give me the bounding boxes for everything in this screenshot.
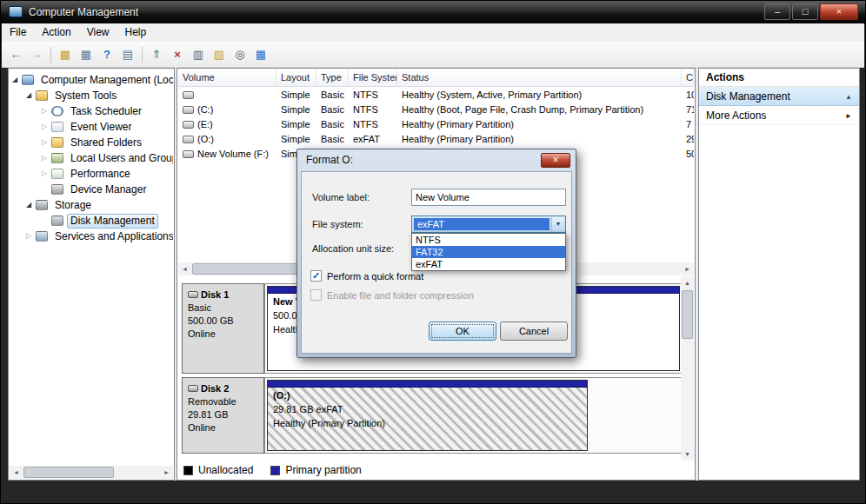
table-row[interactable]: (C:) Simple Basic NTFS Healthy (Boot, Pa… xyxy=(178,102,694,116)
scroll-right-icon[interactable]: ► xyxy=(160,466,173,479)
scroll-left-icon[interactable]: ◄ xyxy=(10,466,23,479)
tree-item-event-viewer[interactable]: Event Viewer xyxy=(10,119,173,135)
actions-section-disk-management[interactable]: Disk Management ▲ xyxy=(699,87,859,106)
column-header-layout[interactable]: Layout xyxy=(276,70,316,87)
column-header-status[interactable]: Status xyxy=(397,70,682,87)
partition-info: 29.81 GB exFAT xyxy=(268,401,587,415)
menu-action[interactable]: Action xyxy=(34,23,78,42)
expander-icon[interactable] xyxy=(26,197,36,213)
search-icon[interactable]: ◎ xyxy=(230,45,250,64)
dropdown-option-fat32[interactable]: FAT32 xyxy=(412,246,565,258)
tree-item-task-scheduler[interactable]: Task Scheduler xyxy=(10,103,173,119)
tree-item-services-applications[interactable]: Services and Applications xyxy=(10,229,173,244)
expander-icon[interactable] xyxy=(42,119,51,135)
export-list-icon[interactable]: ⇑ xyxy=(147,45,166,64)
cancel-button[interactable]: Cancel xyxy=(500,322,568,341)
table-row[interactable]: Simple Basic NTFS Healthy (System, Activ… xyxy=(178,87,694,102)
console-window-icon[interactable]: ▦ xyxy=(77,45,96,64)
expander-icon[interactable] xyxy=(26,88,36,103)
minimize-button[interactable]: – xyxy=(764,3,790,20)
column-header-volume[interactable]: Volume xyxy=(178,70,276,87)
column-header-capacity[interactable]: C xyxy=(682,70,694,87)
tree-item-computer-management[interactable]: Computer Management (Local xyxy=(10,72,173,88)
quick-format-checkbox[interactable]: ✓ xyxy=(310,270,322,282)
chevron-up-icon[interactable]: ▲ xyxy=(845,88,852,107)
chevron-down-icon[interactable]: ▼ xyxy=(551,217,564,231)
tree-item-device-manager[interactable]: Device Manager xyxy=(10,182,173,197)
expander-icon[interactable] xyxy=(42,135,51,150)
expander-icon[interactable] xyxy=(42,166,51,182)
tree-item-label: Task Scheduler xyxy=(67,104,145,119)
tree-item-performance[interactable]: Performance xyxy=(10,166,173,182)
forward-icon[interactable]: → xyxy=(27,45,46,64)
chevron-right-icon[interactable]: ► xyxy=(845,107,852,126)
volume-cell: (E:) xyxy=(178,119,276,129)
open-folder-icon[interactable]: ▨ xyxy=(210,45,229,64)
tree-item-shared-folders[interactable]: Shared Folders xyxy=(10,135,173,150)
disk-2-row: Disk 2 Removable 29.81 GB Online (O:) 29… xyxy=(182,377,683,454)
volume-label-input[interactable] xyxy=(411,189,566,206)
dropdown-option-exfat[interactable]: exFAT xyxy=(412,258,565,270)
partition-o-drive[interactable]: (O:) 29.81 GB exFAT Healthy (Primary Par… xyxy=(267,380,588,451)
disk-view-icon[interactable]: ▦ xyxy=(251,45,270,64)
services-icon xyxy=(36,231,48,242)
disk-2-info[interactable]: Disk 2 Removable 29.81 GB Online xyxy=(182,377,264,454)
expander-icon[interactable] xyxy=(12,72,22,88)
dropdown-option-ntfs[interactable]: NTFS xyxy=(412,234,565,246)
expander-icon[interactable] xyxy=(42,150,51,166)
more-actions-item[interactable]: More Actions ► xyxy=(699,106,859,125)
ok-button[interactable]: OK xyxy=(429,322,496,341)
tree-item-disk-management[interactable]: Disk Management xyxy=(10,213,173,229)
title-bar[interactable]: Computer Management – □ × xyxy=(1,1,865,23)
menu-help[interactable]: Help xyxy=(117,23,155,42)
primary-partition-color-swatch xyxy=(270,466,280,475)
show-console-tree-icon[interactable]: ▩ xyxy=(56,45,75,64)
layout-cell: Simple xyxy=(276,104,316,115)
tree-item-local-users-groups[interactable]: Local Users and Groups xyxy=(10,150,173,166)
back-icon[interactable]: ← xyxy=(6,45,25,64)
properties-icon[interactable]: ▥ xyxy=(189,45,208,64)
scroll-right-icon[interactable]: ► xyxy=(681,262,694,275)
help-icon[interactable]: ? xyxy=(97,45,117,64)
file-system-select[interactable]: exFAT ▼ xyxy=(411,216,566,233)
tree-item-label: Disk Management xyxy=(67,214,158,229)
expander-icon[interactable] xyxy=(26,229,36,244)
scrollbar-thumb[interactable] xyxy=(682,290,693,339)
volume-list-header: Volume Layout Type File System Status C xyxy=(178,70,694,87)
close-button[interactable]: × xyxy=(820,3,858,20)
expander-icon[interactable] xyxy=(42,103,51,119)
volume-icon xyxy=(183,150,194,158)
tree-item-storage[interactable]: Storage xyxy=(10,197,173,213)
layout-cell: Simple xyxy=(276,134,316,144)
system-tools-icon xyxy=(36,90,48,101)
app-icon xyxy=(9,6,23,17)
console-properties-icon[interactable]: ▤ xyxy=(118,45,137,64)
column-header-type[interactable]: Type xyxy=(316,70,349,87)
table-row[interactable]: (E:) Simple Basic NTFS Healthy (Primary … xyxy=(178,116,694,131)
allocation-unit-size-label: Allocation unit size: xyxy=(312,243,394,254)
delete-icon[interactable]: × xyxy=(168,45,187,64)
volume-name: New Volume (F:) xyxy=(197,149,269,159)
scrollbar-thumb[interactable] xyxy=(23,467,114,478)
console-tree-panel: Computer Management (Local System Tools … xyxy=(8,68,175,481)
disk-2-bar: (O:) 29.81 GB exFAT Healthy (Primary Par… xyxy=(264,377,683,454)
disk-kind: Removable xyxy=(188,395,258,408)
status-cell: Healthy (Primary Partition) xyxy=(397,119,682,129)
disk-1-info[interactable]: Disk 1 Basic 500.00 GB Online xyxy=(182,283,264,374)
tree-horizontal-scrollbar[interactable]: ◄ ► xyxy=(10,466,173,479)
menu-view[interactable]: View xyxy=(79,23,117,42)
column-header-file-system[interactable]: File System xyxy=(349,70,397,87)
maximize-button[interactable]: □ xyxy=(792,3,818,20)
scroll-up-icon[interactable]: ▲ xyxy=(681,276,694,289)
menu-file[interactable]: File xyxy=(2,23,34,42)
scroll-down-icon[interactable]: ▼ xyxy=(681,448,694,461)
table-row[interactable]: (O:) Simple Basic exFAT Healthy (Primary… xyxy=(178,131,694,146)
disk-view-vertical-scrollbar[interactable]: ▲ ▼ xyxy=(681,276,694,461)
scroll-left-icon[interactable]: ◄ xyxy=(178,262,191,275)
disk-icon xyxy=(188,291,198,298)
disk-size: 29.81 GB xyxy=(188,408,258,421)
status-cell: Healthy (System, Active, Primary Partiti… xyxy=(397,90,682,100)
dialog-close-button[interactable]: × xyxy=(541,153,570,168)
volume-icon xyxy=(183,91,194,99)
tree-item-system-tools[interactable]: System Tools xyxy=(10,88,173,103)
